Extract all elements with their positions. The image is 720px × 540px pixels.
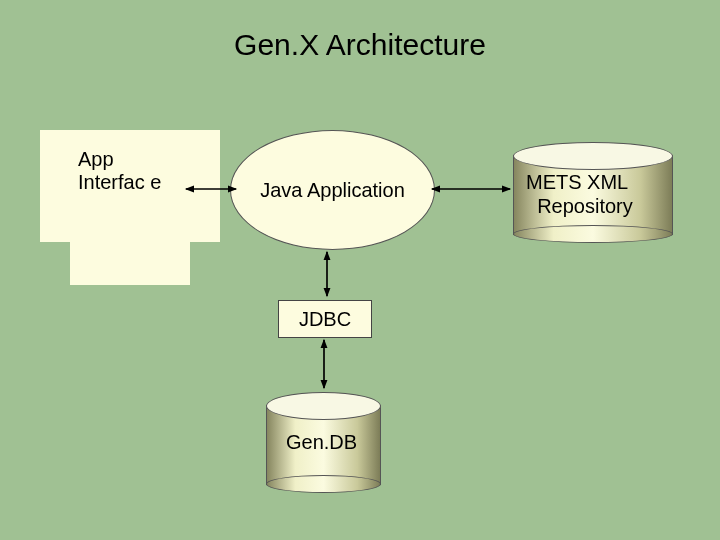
decoration — [190, 242, 220, 287]
node-java-application: Java Application — [230, 130, 435, 250]
cylinder-bottom — [266, 475, 381, 493]
label-line: METS XML — [526, 171, 628, 193]
node-app-interface-label: App Interfac e — [78, 148, 178, 194]
node-mets-repository-label: METS XML Repository — [526, 170, 633, 218]
label-line: Repository — [537, 195, 633, 217]
node-jdbc: JDBC — [278, 300, 372, 338]
diagram-title: Gen.X Architecture — [0, 28, 720, 62]
node-gendb-label: Gen.DB — [286, 430, 357, 454]
cylinder-top — [513, 142, 673, 170]
node-java-application-label: Java Application — [260, 179, 405, 202]
cylinder-bottom — [513, 225, 673, 243]
decoration — [40, 242, 70, 287]
node-jdbc-label: JDBC — [299, 308, 351, 331]
cylinder-top — [266, 392, 381, 420]
